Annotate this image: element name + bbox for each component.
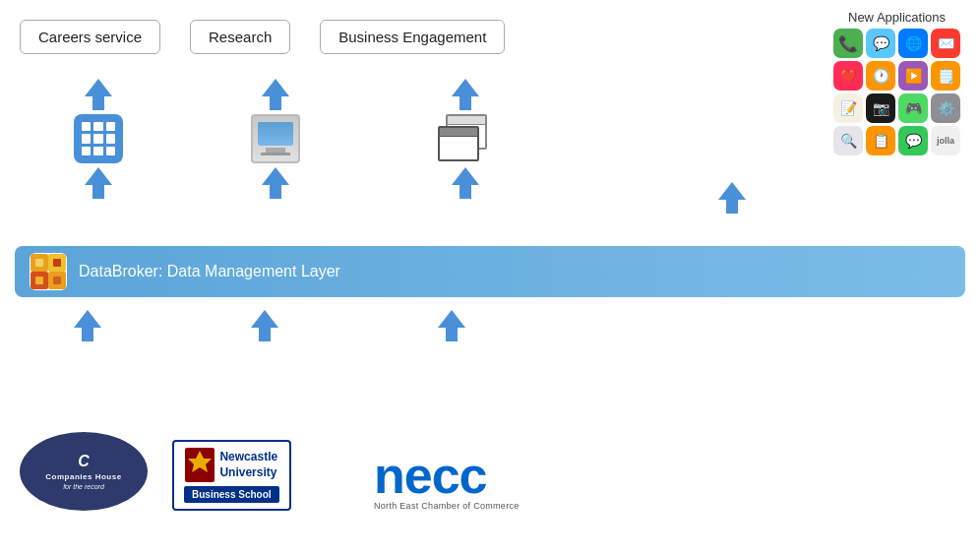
new-apps-panel: New Applications 📞 💬 🌐 ✉️ ❤️ 🕐 ▶️ 🗒️ 📝 📷… [833, 10, 960, 155]
research-icon [251, 114, 300, 163]
svg-marker-5 [452, 167, 479, 199]
svg-rect-13 [35, 277, 43, 284]
svg-marker-1 [85, 167, 112, 199]
app-icon-2[interactable]: 💬 [866, 29, 895, 58]
svg-marker-15 [74, 310, 101, 341]
svg-marker-2 [262, 79, 289, 110]
svg-marker-16 [251, 310, 278, 341]
app-icon-16[interactable]: jolla [931, 126, 960, 155]
arrow-up-7 [718, 182, 746, 214]
app-icon-15[interactable]: 💬 [898, 126, 928, 155]
careers-button[interactable]: Careers service [20, 20, 160, 54]
newcastle-logo: Newcastle University Business School [172, 440, 291, 511]
app-icon-7[interactable]: ▶️ [898, 61, 928, 91]
necc-logo: necc North East Chamber of Commerce [374, 450, 520, 511]
app-icon-3[interactable]: 🌐 [898, 29, 928, 58]
app-icon-14[interactable]: 📋 [866, 126, 895, 155]
apps-grid: 📞 💬 🌐 ✉️ ❤️ 🕐 ▶️ 🗒️ 📝 📷 🎮 ⚙️ 🔍 📋 💬 jolla [833, 29, 960, 155]
newcastle-crest [185, 448, 214, 482]
app-icon-8[interactable]: 🗒️ [931, 61, 960, 91]
business-button[interactable]: Business Engagement [320, 20, 505, 54]
app-icon-13[interactable]: 🔍 [833, 126, 863, 155]
necc-full-name: North East Chamber of Commerce [374, 501, 520, 511]
companies-house-tagline: for the record [63, 483, 104, 490]
svg-marker-3 [262, 167, 289, 199]
arrow-up-4 [262, 167, 289, 199]
databroker-bar: DataBroker: Data Management Layer [15, 246, 965, 297]
arrow-up-8 [74, 310, 101, 341]
companies-house-logo: C Companies House for the record [20, 432, 148, 511]
arrow-up-3 [262, 79, 289, 110]
databroker-icon [30, 253, 67, 290]
app-icon-6[interactable]: 🕐 [866, 61, 895, 91]
app-icon-5[interactable]: ❤️ [833, 61, 863, 91]
app-icon-12[interactable]: ⚙️ [931, 93, 960, 123]
svg-rect-11 [35, 259, 43, 267]
arrow-up-10 [438, 310, 465, 341]
svg-marker-4 [452, 79, 479, 110]
svg-rect-12 [53, 259, 61, 267]
svg-marker-17 [438, 310, 465, 341]
databroker-label: DataBroker: Data Management Layer [79, 263, 340, 280]
necc-acronym: necc [374, 450, 487, 501]
arrow-up-9 [251, 310, 278, 341]
companies-house-name: Companies House [45, 472, 121, 481]
careers-icon [74, 114, 123, 163]
arrow-up-2 [85, 167, 112, 199]
app-icon-1[interactable]: 📞 [833, 29, 863, 58]
arrow-up-5 [452, 79, 479, 110]
svg-marker-6 [718, 182, 746, 214]
app-icon-9[interactable]: 📝 [833, 93, 863, 123]
svg-marker-0 [85, 79, 112, 110]
app-icon-4[interactable]: ✉️ [931, 29, 960, 58]
companies-house-letter: C [78, 453, 90, 470]
new-apps-title: New Applications [833, 10, 960, 25]
svg-rect-14 [53, 277, 61, 284]
research-button[interactable]: Research [190, 20, 290, 54]
arrow-up-1 [85, 79, 112, 110]
arrow-up-6 [452, 167, 479, 199]
app-icon-10[interactable]: 📷 [866, 93, 895, 123]
app-icon-11[interactable]: 🎮 [898, 93, 928, 123]
business-icon [438, 114, 492, 163]
newcastle-business-school: Business School [184, 486, 279, 503]
newcastle-text: Newcastle University [219, 450, 277, 480]
